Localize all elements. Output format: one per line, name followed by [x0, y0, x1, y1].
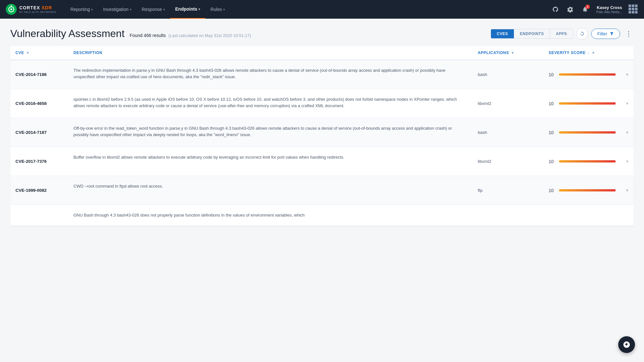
logo[interactable]: CORTEX XDR BY PALO ALTO NETWORKS	[6, 4, 56, 15]
cortex-logo-icon	[6, 4, 17, 15]
score-bar-container	[559, 131, 616, 134]
logo-text: CORTEX XDR BY PALO ALTO NETWORKS	[19, 5, 56, 14]
score-bar	[559, 131, 616, 134]
filter-label: Filter	[597, 31, 607, 36]
github-button[interactable]	[550, 4, 561, 15]
filter-button[interactable]: Filter	[591, 29, 620, 39]
row-filter: ▼	[621, 60, 634, 89]
score-bar-container	[559, 160, 616, 162]
apps-grid-button[interactable]	[629, 5, 638, 14]
user-name: Kasey Cross	[597, 5, 622, 10]
description-cell: xpointer.c in libxml2 before 2.9.5 (as u…	[68, 89, 473, 118]
application-cell: libxml2	[473, 89, 543, 118]
score-number: 10	[549, 159, 554, 164]
cve-cell: CVE-2014-7186	[10, 60, 68, 89]
description-cell: CWD ~root command in ftpd allows root ac…	[68, 176, 473, 205]
result-date: (Last calculated on May 31st 2020 10:51:…	[168, 33, 251, 38]
cve-cell: CVE-1999-0082	[10, 176, 68, 205]
severity-sort-icon[interactable]: ↓	[588, 51, 590, 55]
page-title-area: Vulnerability Assessment Found 466 resul…	[10, 28, 251, 40]
row-filter: ▼	[621, 118, 634, 147]
notifications-button[interactable]: 1	[580, 4, 591, 15]
nav-item-rules[interactable]: Rules ▾	[205, 0, 230, 19]
row-filter-icon[interactable]: ▼	[625, 130, 629, 135]
user-info: Kasey Cross Palo Alto Netw...	[596, 5, 622, 14]
endpoints-caret: ▾	[198, 7, 200, 11]
page-title: Vulnerability Assessment	[10, 28, 125, 40]
page-header-actions: CVES ENDPOINTS APPS Filter ⋮	[491, 28, 634, 40]
cve-cell: CVE-2017-7376	[10, 147, 68, 176]
page-content: Vulnerability Assessment Found 466 resul…	[0, 19, 644, 362]
th-filter	[621, 46, 634, 60]
table-row[interactable]: CVE-2014-7187 Off-by-one error in the re…	[10, 118, 634, 147]
row-filter-icon[interactable]: ▼	[625, 159, 629, 164]
description-cell: GNU Bash through 4.3 bash43-026 does not…	[68, 205, 473, 226]
score-cell: 10	[543, 147, 621, 176]
fab-button[interactable]	[618, 336, 635, 353]
th-severity: SEVERITY SCORE ↓ ▼	[543, 46, 621, 60]
score-number: 10	[549, 72, 554, 77]
settings-button[interactable]	[565, 4, 576, 15]
score-bar-container	[559, 73, 616, 76]
cve-cell	[10, 205, 68, 226]
score-number: 10	[549, 130, 554, 135]
nav-item-reporting[interactable]: Reporting ▾	[65, 0, 98, 19]
th-applications: APPLICATIONS ▼	[473, 46, 543, 60]
notification-badge: 1	[585, 5, 590, 9]
score-bar	[559, 189, 616, 191]
row-filter-icon[interactable]: ▼	[625, 101, 629, 106]
th-cve: CVE ▼	[10, 46, 68, 60]
application-cell: bash	[473, 118, 543, 147]
score-cell	[543, 205, 621, 226]
score-bar-container	[559, 102, 616, 105]
nav-items: Reporting ▾ Investigation ▾ Response ▾ E…	[65, 0, 550, 19]
table-row[interactable]: CVE-2016-4658 xpointer.c in libxml2 befo…	[10, 89, 634, 118]
score-number: 10	[549, 101, 554, 106]
nav-item-endpoints[interactable]: Endpoints ▾	[170, 0, 205, 19]
table-row[interactable]: GNU Bash through 4.3 bash43-026 does not…	[10, 205, 634, 226]
row-filter: ▼	[621, 89, 634, 118]
application-cell	[473, 205, 543, 226]
user-org: Palo Alto Netw...	[596, 10, 622, 14]
logo-xdr: XDR	[40, 5, 52, 10]
score-bar	[559, 102, 616, 105]
score-cell: 10	[543, 176, 621, 205]
tab-cves[interactable]: CVES	[491, 29, 514, 38]
result-count: Found 466 results	[130, 33, 166, 38]
description-cell: Buffer overflow in libxml2 allows remote…	[68, 147, 473, 176]
score-bar	[559, 73, 616, 76]
score-bar	[559, 160, 616, 162]
refresh-button[interactable]	[576, 28, 588, 40]
tab-endpoints[interactable]: ENDPOINTS	[514, 29, 550, 38]
score-cell: 10	[543, 89, 621, 118]
row-filter: ▼	[621, 147, 634, 176]
cve-sort-icon[interactable]: ▼	[26, 51, 30, 55]
application-cell: bash	[473, 60, 543, 89]
more-options-button[interactable]: ⋮	[623, 29, 634, 39]
row-filter-icon[interactable]: ▼	[625, 188, 629, 193]
application-cell: libxml2	[473, 147, 543, 176]
score-number: 10	[549, 188, 554, 193]
severity-filter-icon[interactable]: ▼	[591, 51, 595, 55]
page-header: Vulnerability Assessment Found 466 resul…	[10, 28, 634, 40]
applications-sort-icon[interactable]: ▼	[511, 51, 515, 55]
navbar: CORTEX XDR BY PALO ALTO NETWORKS Reporti…	[0, 0, 644, 19]
reporting-caret: ▾	[91, 8, 93, 11]
th-description: DESCRIPTION	[68, 46, 473, 60]
rules-caret: ▾	[223, 8, 225, 11]
cve-cell: CVE-2016-4658	[10, 89, 68, 118]
tab-apps[interactable]: APPS	[550, 29, 573, 38]
vulnerability-table: CVE ▼ DESCRIPTION APPLICATIONS ▼ SEVERIT…	[10, 46, 634, 226]
nav-item-investigation[interactable]: Investigation ▾	[98, 0, 137, 19]
row-filter-icon[interactable]: ▼	[625, 72, 629, 77]
table-row[interactable]: CVE-2014-7186 The redirection implementa…	[10, 60, 634, 89]
table-row[interactable]: CVE-1999-0082 CWD ~root command in ftpd …	[10, 176, 634, 205]
navbar-right: 1 Kasey Cross Palo Alto Netw...	[550, 4, 638, 15]
nav-item-response[interactable]: Response ▾	[137, 0, 170, 19]
score-bar-container	[559, 189, 616, 191]
score-cell: 10	[543, 60, 621, 89]
table-row[interactable]: CVE-2017-7376 Buffer overflow in libxml2…	[10, 147, 634, 176]
description-cell: Off-by-one error in the read_token_word …	[68, 118, 473, 147]
svg-point-2	[10, 8, 12, 10]
view-tab-group: CVES ENDPOINTS APPS	[491, 29, 573, 39]
